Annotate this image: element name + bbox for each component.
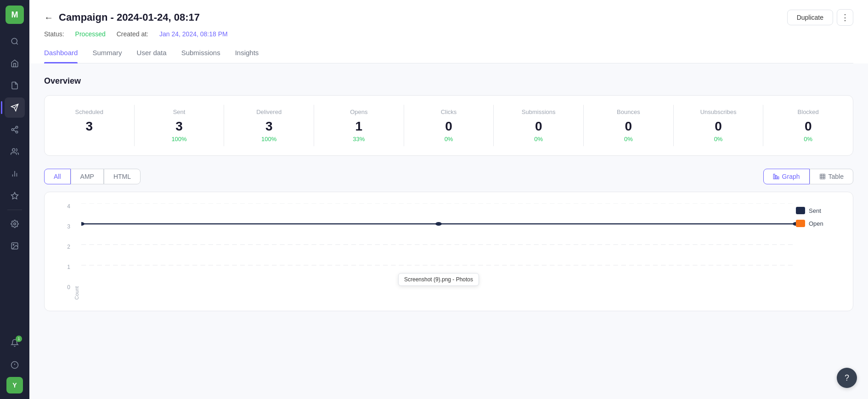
svg-point-31 [435,222,442,226]
overview-title: Overview [44,76,853,86]
metric-bounces: Bounces 0 0% [584,105,674,146]
y-axis-label-4: 4 [67,203,70,210]
y-axis-label-3: 3 [67,223,70,230]
user-avatar[interactable]: Y [6,377,23,393]
overview-card: Scheduled 3 Sent 3 100% Delivered 3 100%… [44,95,853,156]
legend-item-open: Open [796,220,842,227]
header-title-row: ← Campaign - 2024-01-24, 08:17 [44,11,200,23]
created-value: Jan 24, 2024, 08:18 PM [159,30,228,38]
filter-tab-all[interactable]: All [44,169,71,184]
tab-submissions[interactable]: Submissions [181,45,220,63]
sidebar-item-automations[interactable] [5,186,25,206]
metric-submissions-label: Submissions [522,108,556,115]
y-axis-label-1: 1 [67,264,70,270]
svg-line-1 [16,43,17,44]
sidebar-bottom: 1 Y [5,333,25,393]
legend-label-sent: Sent [809,207,821,214]
metric-scheduled-label: Scheduled [75,108,103,115]
legend-color-open [796,220,805,227]
legend-color-sent [796,207,805,214]
sidebar-item-analytics[interactable] [5,164,25,184]
svg-line-5 [13,130,16,131]
sidebar-item-billing[interactable] [5,355,25,375]
svg-line-6 [13,128,16,129]
sidebar-divider [7,210,22,210]
sidebar-item-assets[interactable] [5,236,25,256]
notification-badge: 1 [16,336,22,342]
svg-rect-18 [773,174,775,179]
metric-blocked-value: 0 [805,119,812,134]
svg-point-30 [81,222,85,226]
chart-tooltip: Screenshot (9).png - Photos [398,273,479,286]
duplicate-button[interactable]: Duplicate [787,10,833,25]
back-button[interactable]: ← [44,12,53,23]
metric-clicks-label: Clicks [441,108,457,115]
tab-dashboard[interactable]: Dashboard [44,45,78,63]
sidebar-item-settings[interactable] [5,214,25,234]
metric-clicks-percent: 0% [445,136,453,142]
metric-unsubscribes-label: Unsubscribes [700,108,737,115]
sidebar: M 1 Y [0,0,29,399]
metric-bounces-label: Bounces [617,108,640,115]
metric-clicks-value: 0 [445,119,452,134]
filter-tab-html[interactable]: HTML [104,169,141,184]
page-title: Campaign - 2024-01-24, 08:17 [59,11,200,23]
more-options-button[interactable]: ⋮ [837,9,853,26]
svg-rect-21 [820,174,825,179]
y-axis-label-0: 0 [67,284,70,291]
metric-unsubscribes-percent: 0% [714,136,723,142]
metric-opens-percent: 33% [353,136,365,142]
metric-bounces-percent: 0% [624,136,633,142]
metric-opens-value: 1 [355,119,363,134]
tab-user-data[interactable]: User data [137,45,167,63]
filter-tabs: All AMP HTML [44,169,141,184]
view-btn-graph[interactable]: Graph [763,169,810,184]
status-badge: Processed [75,30,106,38]
metric-submissions: Submissions 0 0% [494,105,584,146]
content-area: Overview Scheduled 3 Sent 3 100% Deliver… [29,63,868,399]
header-actions: Duplicate ⋮ [787,9,853,26]
metric-bounces-value: 0 [625,119,632,134]
metric-blocked-label: Blocked [798,108,819,115]
sidebar-logo[interactable]: M [6,6,24,24]
sidebar-item-integrations[interactable] [5,120,25,140]
tab-insights[interactable]: Insights [235,45,259,63]
legend-item-sent: Sent [796,207,842,214]
svg-rect-20 [778,177,779,179]
sidebar-item-documents[interactable] [5,75,25,96]
filter-tab-amp[interactable]: AMP [71,169,104,184]
header-top: ← Campaign - 2024-01-24, 08:17 Duplicate… [44,9,853,26]
view-btn-table[interactable]: Table [810,169,853,184]
tabs: Dashboard Summary User data Submissions … [44,45,853,63]
sidebar-item-search[interactable] [5,31,25,51]
metric-delivered: Delivered 3 100% [224,105,314,146]
metric-sent-value: 3 [175,119,183,134]
sidebar-item-home[interactable] [5,53,25,74]
svg-point-0 [11,38,17,44]
svg-point-32 [793,222,796,226]
chart-container: 0 1 2 3 4 Count [44,192,853,311]
sidebar-item-campaigns[interactable] [5,97,25,118]
sidebar-item-notifications[interactable]: 1 [5,333,25,353]
created-label: Created at: [117,30,148,38]
status-label: Status: [44,30,64,38]
y-axis-label-2: 2 [67,244,70,250]
metric-unsubscribes-value: 0 [715,119,722,134]
svg-rect-19 [775,176,777,179]
metric-delivered-value: 3 [265,119,273,134]
main-content: ← Campaign - 2024-01-24, 08:17 Duplicate… [29,0,868,399]
sidebar-item-contacts[interactable] [5,142,25,162]
metric-delivered-label: Delivered [256,108,282,115]
chart-tooltip-text: Screenshot (9).png - Photos [404,276,473,283]
svg-point-7 [12,148,15,151]
svg-point-4 [16,131,18,133]
chart-legend: Sent Open [796,203,842,300]
status-row: Status: Processed Created at: Jan 24, 20… [44,30,853,38]
tab-summary[interactable]: Summary [92,45,122,63]
metric-opens: Opens 1 33% [314,105,404,146]
help-button[interactable]: ? [837,368,857,388]
metric-sent-percent: 100% [171,136,186,142]
logo-icon: M [11,10,18,20]
metric-delivered-percent: 100% [261,136,276,142]
y-axis-count-label: Count [74,286,79,300]
